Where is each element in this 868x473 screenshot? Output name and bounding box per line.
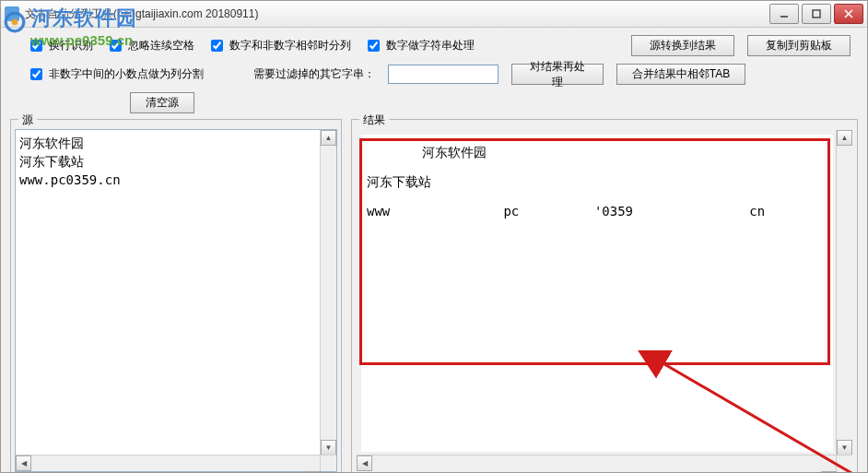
checkbox-ignore-spaces-input[interactable] bbox=[110, 40, 122, 52]
result-vertical-scrollbar[interactable]: ▲ ▼ bbox=[836, 130, 852, 455]
checkbox-digit-as-string-input[interactable] bbox=[368, 40, 380, 52]
result-group: 结果 河东软件园 河东下载站 www pc '0359 cn ▲ bbox=[351, 119, 858, 473]
reprocess-button[interactable]: 对结果再处理 bbox=[511, 64, 604, 85]
scroll-left-icon[interactable]: ◀ bbox=[357, 455, 372, 471]
scroll-up-icon[interactable]: ▲ bbox=[321, 130, 336, 146]
close-button[interactable] bbox=[834, 4, 863, 24]
checkbox-digit-as-string[interactable]: 数字做字符串处理 bbox=[364, 37, 475, 54]
convert-button[interactable]: 源转换到结果 bbox=[631, 35, 734, 56]
scroll-corner bbox=[320, 455, 336, 471]
title-bar: 文本自动分列工具(hengtaijiaxin.com 20180911) bbox=[1, 1, 867, 28]
source-textarea[interactable] bbox=[15, 129, 337, 472]
source-horizontal-scrollbar[interactable]: ◀ ▶ bbox=[16, 455, 321, 471]
checkbox-decimal-split[interactable]: 非数字中间的小数点做为列分割 bbox=[27, 65, 204, 83]
window-title: 文本自动分列工具(hengtaijiaxin.com 20180911) bbox=[25, 6, 258, 22]
maximize-button[interactable] bbox=[802, 4, 831, 24]
source-legend: 源 bbox=[18, 112, 37, 128]
result-textarea[interactable]: 河东软件园 河东下载站 www pc '0359 cn bbox=[361, 135, 833, 452]
svg-rect-1 bbox=[813, 10, 820, 18]
clear-source-button[interactable]: 清空源 bbox=[130, 92, 194, 113]
merge-tab-button[interactable]: 合并结果中相邻TAB bbox=[616, 64, 745, 85]
copy-clipboard-button[interactable]: 复制到剪贴板 bbox=[747, 35, 850, 56]
result-horizontal-scrollbar[interactable]: ◀ ▶ bbox=[357, 455, 837, 471]
source-vertical-scrollbar[interactable]: ▲ ▼ bbox=[320, 130, 336, 455]
app-window: 文本自动分列工具(hengtaijiaxin.com 20180911) 河东软… bbox=[0, 0, 868, 473]
checkbox-line-break[interactable]: 换行识别 bbox=[27, 37, 93, 54]
app-icon bbox=[5, 6, 19, 21]
checkbox-decimal-split-input[interactable] bbox=[30, 68, 42, 80]
toolbar-row-1: 换行识别 忽略连续空格 数字和非数字相邻时分列 数字做字符串处理 源转换到结果 … bbox=[1, 28, 867, 60]
checkbox-line-break-input[interactable] bbox=[30, 40, 42, 52]
checkbox-digit-split-input[interactable] bbox=[211, 40, 223, 52]
result-legend: 结果 bbox=[359, 112, 389, 128]
scroll-corner bbox=[836, 455, 852, 471]
source-group: 源 ▲ ▼ ◀ ▶ bbox=[10, 119, 342, 473]
scroll-down-icon[interactable]: ▼ bbox=[837, 440, 852, 455]
checkbox-digit-split[interactable]: 数字和非数字相邻时分列 bbox=[207, 37, 351, 54]
minimize-button[interactable] bbox=[769, 4, 799, 24]
checkbox-ignore-spaces[interactable]: 忽略连续空格 bbox=[106, 37, 194, 54]
filter-label: 需要过滤掉的其它字串： bbox=[253, 66, 375, 82]
toolbar-row-2: 非数字中间的小数点做为列分割 需要过滤掉的其它字串： 对结果再处理 合并结果中相… bbox=[1, 60, 867, 92]
scroll-down-icon[interactable]: ▼ bbox=[321, 440, 336, 455]
filter-input[interactable] bbox=[388, 65, 499, 84]
result-line-3: www pc '0359 cn bbox=[367, 199, 827, 223]
result-line-1: 河东软件园 bbox=[367, 140, 827, 164]
scroll-up-icon[interactable]: ▲ bbox=[837, 130, 852, 146]
result-line-2: 河东下载站 bbox=[367, 170, 827, 194]
panels-area: 源 ▲ ▼ ◀ ▶ 结果 河东软件园 河东下载 bbox=[1, 119, 867, 473]
scroll-left-icon[interactable]: ◀ bbox=[16, 455, 31, 471]
